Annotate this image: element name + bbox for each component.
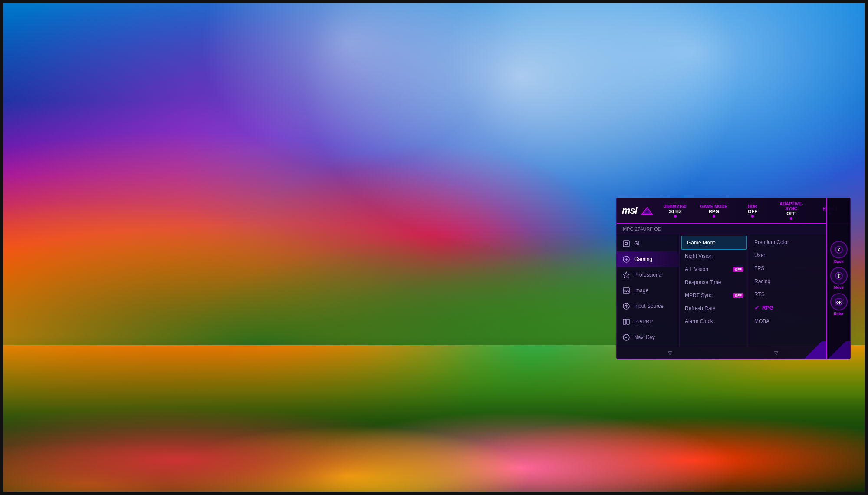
- left-menu: GL Gaming Professional: [617, 234, 680, 347]
- resolution-sub: 30 HZ: [660, 209, 690, 214]
- enter-label: Enter: [834, 311, 844, 316]
- middle-item-night-vision[interactable]: Night Vision: [680, 250, 749, 263]
- input-source-icon: [622, 302, 631, 310]
- right-item-user[interactable]: User: [749, 249, 829, 262]
- menu-label-pp-pbp: PP/PBP: [634, 319, 653, 325]
- header-resolution: 3840X2160 30 HZ: [660, 204, 690, 218]
- premium-color-label: Premium Color: [754, 239, 789, 245]
- header-hdr: HDR OFF: [737, 204, 767, 218]
- right-item-rts[interactable]: RTS: [749, 288, 829, 301]
- corner-deco-right: [824, 341, 850, 359]
- response-time-option: Response Time: [685, 279, 721, 285]
- osd-main-panel: GL Gaming Professional: [617, 234, 829, 359]
- professional-icon: [622, 271, 631, 279]
- logo-text: msi: [622, 205, 637, 216]
- header-adaptive-sync: Adaptive-Sync OFF: [776, 201, 806, 220]
- svg-rect-11: [623, 319, 626, 324]
- model-name: MPG 274URF QD: [623, 226, 661, 231]
- menu-item-navi-key[interactable]: Navi Key: [617, 330, 679, 345]
- svg-rect-2: [623, 241, 629, 247]
- middle-item-response-time[interactable]: Response Time: [680, 276, 749, 289]
- game-mode-value: RPG: [699, 209, 729, 214]
- middle-menu: Game Mode Night Vision A.I. Vision OFF R…: [680, 234, 749, 347]
- adaptive-sync-label: Adaptive-Sync: [776, 201, 806, 211]
- header-game-mode: Game Mode RPG: [699, 204, 729, 218]
- osd-header: msi 3840X2160 30 HZ Game Mode RPG: [617, 198, 850, 224]
- menu-label-gl: GL: [634, 241, 641, 247]
- fps-label: FPS: [754, 265, 764, 271]
- game-mode-label: Game Mode: [699, 204, 729, 209]
- osd-panel: msi 3840X2160 30 HZ Game Mode RPG: [616, 198, 851, 359]
- rts-label: RTS: [754, 291, 765, 297]
- back-button[interactable]: [830, 241, 848, 258]
- user-label: User: [754, 252, 765, 258]
- right-item-moba[interactable]: MOBA: [749, 315, 829, 328]
- header-info: 3840X2160 30 HZ Game Mode RPG HDR OFF Ad…: [660, 201, 845, 220]
- middle-item-refresh-rate[interactable]: Refresh Rate: [680, 302, 749, 315]
- hdr-label: HDR: [737, 204, 767, 209]
- rpg-label: RPG: [762, 305, 773, 311]
- ai-vision-option: A.I. Vision: [685, 266, 708, 272]
- menu-label-gaming: Gaming: [634, 256, 652, 262]
- game-mode-dot: [713, 215, 715, 218]
- menu-label-image: Image: [634, 287, 648, 294]
- hdr-value: OFF: [737, 209, 767, 214]
- refresh-rate-option: Refresh Rate: [685, 305, 716, 311]
- menu-label-professional: Professional: [634, 272, 663, 278]
- back-label: Back: [834, 259, 844, 264]
- right-item-fps[interactable]: FPS: [749, 262, 829, 275]
- svg-point-3: [625, 242, 628, 245]
- gaming-icon: [622, 255, 631, 264]
- alarm-clock-option: Alarm Clock: [685, 318, 713, 324]
- resolution-label: 3840X2160: [660, 204, 690, 209]
- svg-text:OK: OK: [836, 300, 842, 304]
- middle-item-game-mode[interactable]: Game Mode: [681, 236, 747, 250]
- move-btn-group: Move: [830, 267, 848, 290]
- menu-item-input-source[interactable]: Input Source: [617, 298, 679, 314]
- pp-pbp-icon: [622, 317, 631, 326]
- middle-item-alarm-clock[interactable]: Alarm Clock: [680, 315, 749, 328]
- arrow-left: ▽: [617, 350, 723, 356]
- right-item-premium-color[interactable]: Premium Color: [749, 236, 829, 249]
- right-item-rpg[interactable]: ✓ RPG: [749, 301, 829, 315]
- svg-rect-12: [627, 319, 629, 324]
- msi-logo: msi: [622, 205, 653, 216]
- menu-label-navi-key: Navi Key: [634, 334, 655, 340]
- right-menu: Premium Color User FPS Racing RTS: [749, 234, 829, 347]
- game-mode-option: Game Mode: [687, 240, 716, 246]
- rpg-checkmark: ✓: [754, 304, 760, 311]
- adaptive-sync-dot: [790, 217, 792, 220]
- svg-rect-8: [623, 288, 629, 293]
- move-button[interactable]: [830, 267, 848, 284]
- svg-point-14: [625, 337, 627, 338]
- racing-label: Racing: [754, 278, 770, 284]
- mprt-sync-badge: OFF: [733, 293, 743, 298]
- svg-point-15: [835, 246, 842, 253]
- bottom-arrows: ▽ ▽: [617, 347, 829, 359]
- ai-vision-badge: OFF: [733, 267, 743, 272]
- image-icon: [622, 286, 631, 295]
- enter-button[interactable]: OK: [830, 293, 848, 310]
- model-name-bar: MPG 274URF QD: [617, 224, 850, 234]
- night-vision-option: Night Vision: [685, 253, 713, 259]
- menu-item-professional[interactable]: Professional: [617, 267, 679, 283]
- svg-marker-7: [623, 272, 630, 278]
- enter-btn-group: OK Enter: [830, 293, 848, 316]
- middle-item-ai-vision[interactable]: A.I. Vision OFF: [680, 263, 749, 276]
- menu-item-gaming[interactable]: Gaming: [617, 251, 679, 267]
- right-item-racing[interactable]: Racing: [749, 275, 829, 288]
- corner-deco-left: [800, 341, 826, 359]
- menu-item-image[interactable]: Image: [617, 283, 679, 298]
- navi-key-icon: [622, 333, 631, 342]
- resolution-dot: [674, 215, 677, 218]
- hdr-dot: [751, 215, 754, 218]
- menu-item-pp-pbp[interactable]: PP/PBP: [617, 314, 679, 330]
- middle-item-mprt-sync[interactable]: MPRT Sync OFF: [680, 289, 749, 302]
- side-controls: Back Move: [826, 198, 850, 359]
- move-label: Move: [834, 285, 844, 290]
- adaptive-sync-value: OFF: [776, 211, 806, 216]
- gl-icon: [622, 239, 631, 248]
- menu-item-gl[interactable]: GL: [617, 236, 679, 251]
- menu-label-input-source: Input Source: [634, 303, 664, 309]
- osd-content: GL Gaming Professional: [617, 234, 829, 347]
